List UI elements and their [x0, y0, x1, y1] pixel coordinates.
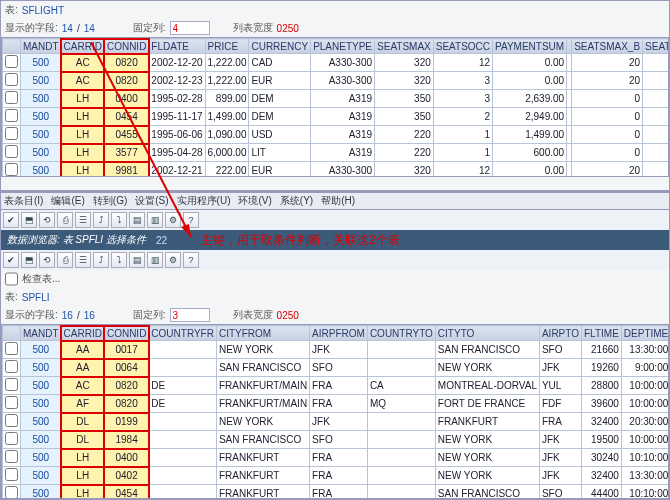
- table-row[interactable]: 500LH04551995-06-061,090.00USDA31922011,…: [3, 126, 670, 144]
- toolbar-icon[interactable]: ⤴: [93, 252, 109, 268]
- row-checkbox[interactable]: [5, 396, 18, 409]
- menu-item[interactable]: 环境(V): [238, 194, 271, 208]
- table-row[interactable]: 500LH04541995-11-171,499.00DEMA31935022,…: [3, 108, 670, 126]
- col-header[interactable]: FLDATE: [149, 39, 205, 54]
- col-header[interactable]: CARRID: [61, 326, 104, 341]
- col-header[interactable]: COUNTRYFR: [149, 326, 217, 341]
- toolbar-icon[interactable]: ☰: [75, 212, 91, 228]
- row-checkbox[interactable]: [5, 468, 18, 481]
- lbl-fields2: 显示的字段:: [5, 308, 58, 322]
- col-header[interactable]: SEATSOCC: [433, 39, 492, 54]
- toolbar-icon[interactable]: ?: [183, 212, 199, 228]
- table-row[interactable]: 500AA0017NEW YORKJFKSAN FRANCISCOSFO2166…: [3, 341, 670, 359]
- table-row[interactable]: 500LH35771995-04-286,000.00LITA319220160…: [3, 144, 670, 162]
- table-row[interactable]: 500AA0064SAN FRANCISCOSFONEW YORKJFK1926…: [3, 359, 670, 377]
- col-header[interactable]: MANDT: [21, 326, 62, 341]
- row-checkbox[interactable]: [5, 450, 18, 463]
- col-header[interactable]: [3, 326, 21, 341]
- menu-item[interactable]: 系统(Y): [280, 194, 313, 208]
- col-header[interactable]: CONNID: [104, 39, 148, 54]
- cell: SFO: [310, 359, 368, 377]
- table-row[interactable]: 500LH0400FRANKFURTFRANEW YORKJFK3024010:…: [3, 449, 670, 467]
- table-row[interactable]: 500AC08202002-12-231,222.00EURA330-30032…: [3, 72, 670, 90]
- toolbar-icon[interactable]: ⤴: [93, 212, 109, 228]
- col-header[interactable]: PRICE: [205, 39, 249, 54]
- toolbar-icon[interactable]: ⬒: [21, 252, 37, 268]
- row-checkbox[interactable]: [5, 127, 18, 140]
- toolbar-icon[interactable]: ⎙: [57, 252, 73, 268]
- cell: 320: [375, 162, 434, 178]
- spfli-table-name[interactable]: SPFLI: [22, 292, 50, 303]
- col-header[interactable]: MANDT: [21, 39, 62, 54]
- sflight-table-name[interactable]: SFLIGHT: [22, 5, 64, 16]
- menu-item[interactable]: 实用程序(U): [177, 194, 231, 208]
- table-row[interactable]: 500DL1984SAN FRANCISCOSFONEW YORKJFK1950…: [3, 431, 670, 449]
- row-checkbox[interactable]: [5, 73, 18, 86]
- toolbar-icon[interactable]: ⎙: [57, 212, 73, 228]
- toolbar-icon[interactable]: ⬒: [21, 212, 37, 228]
- toolbar-icon[interactable]: ✔: [3, 252, 19, 268]
- col-header[interactable]: COUNTRYTO: [367, 326, 435, 341]
- check-table-box[interactable]: [5, 272, 18, 286]
- menu-item[interactable]: 表条目(I): [4, 194, 43, 208]
- row-checkbox[interactable]: [5, 55, 18, 68]
- row-checkbox[interactable]: [5, 91, 18, 104]
- toolbar-icon[interactable]: ⟲: [39, 212, 55, 228]
- toolbar-icon[interactable]: ✔: [3, 212, 19, 228]
- col-header[interactable]: CITYFROM: [216, 326, 309, 341]
- toolbar-icon[interactable]: ▥: [147, 212, 163, 228]
- fixed-cols-input[interactable]: [170, 21, 210, 35]
- col-header[interactable]: AIRPFROM: [310, 326, 368, 341]
- table-row[interactable]: 500LH99812002-12-21222.00EURA330-3003201…: [3, 162, 670, 178]
- menu-item[interactable]: 转到(G): [93, 194, 127, 208]
- col-header[interactable]: FLTIME: [582, 326, 622, 341]
- row-checkbox[interactable]: [5, 432, 18, 445]
- col-header[interactable]: CONNID: [104, 326, 148, 341]
- row-checkbox[interactable]: [5, 378, 18, 391]
- col-header[interactable]: [3, 39, 21, 54]
- table-row[interactable]: 500DL0199NEW YORKJFKFRANKFURTFRA3240020:…: [3, 413, 670, 431]
- row-checkbox[interactable]: [5, 414, 18, 427]
- table-row[interactable]: 500LH04001995-02-28899.00DEMA31935032,63…: [3, 90, 670, 108]
- table-row[interactable]: 500AC08202002-12-201,222.00CADA330-30032…: [3, 54, 670, 72]
- col-header[interactable]: DEPTIME: [621, 326, 669, 341]
- toolbar-icon[interactable]: ▥: [147, 252, 163, 268]
- col-header[interactable]: PAYMENTSUM: [493, 39, 567, 54]
- col-header[interactable]: AIRPTO: [539, 326, 581, 341]
- col-header[interactable]: SEATSMAX_B: [572, 39, 643, 54]
- col-header[interactable]: CITYTO: [435, 326, 539, 341]
- cell: NEW YORK: [216, 341, 309, 359]
- toolbar-icon[interactable]: ?: [183, 252, 199, 268]
- menu-item[interactable]: 编辑(E): [51, 194, 84, 208]
- cell: 500: [21, 467, 62, 485]
- menu-item[interactable]: 设置(S): [135, 194, 168, 208]
- table-row[interactable]: 500LH0454FRANKFURTFRASAN FRANCISCOSFO444…: [3, 485, 670, 500]
- toolbar-icon[interactable]: ⤵: [111, 252, 127, 268]
- toolbar-icon[interactable]: ▤: [129, 212, 145, 228]
- toolbar-icon[interactable]: ⟲: [39, 252, 55, 268]
- col-header[interactable]: SEATSMAX: [375, 39, 434, 54]
- col-header[interactable]: CARRID: [61, 39, 104, 54]
- row-checkbox[interactable]: [5, 360, 18, 373]
- row-checkbox[interactable]: [5, 163, 18, 176]
- row-checkbox[interactable]: [5, 486, 18, 499]
- row-checkbox[interactable]: [5, 342, 18, 355]
- toolbar-icon[interactable]: ▤: [129, 252, 145, 268]
- col-header[interactable]: PLANETYPE: [311, 39, 375, 54]
- cell: 0.00: [493, 54, 567, 72]
- sflight-grid[interactable]: MANDTCARRIDCONNIDFLDATEPRICECURRENCYPLAN…: [1, 37, 669, 177]
- fixed-cols-input-2[interactable]: [170, 308, 210, 322]
- spfli-grid[interactable]: MANDTCARRIDCONNIDCOUNTRYFRCITYFROMAIRPFR…: [1, 324, 669, 499]
- toolbar-icon[interactable]: ⤵: [111, 212, 127, 228]
- row-checkbox[interactable]: [5, 109, 18, 122]
- col-header[interactable]: SEATSO: [643, 39, 669, 54]
- table-row[interactable]: 500AC0820DEFRANKFURT/MAINFRACAMONTREAL-D…: [3, 377, 670, 395]
- col-header[interactable]: CURRENCY: [249, 39, 311, 54]
- row-checkbox[interactable]: [5, 145, 18, 158]
- table-row[interactable]: 500AF0820DEFRANKFURT/MAINFRAMQFORT DE FR…: [3, 395, 670, 413]
- menu-item[interactable]: 帮助(H): [321, 194, 355, 208]
- toolbar-icon[interactable]: ⚙: [165, 212, 181, 228]
- toolbar-icon[interactable]: ⚙: [165, 252, 181, 268]
- toolbar-icon[interactable]: ☰: [75, 252, 91, 268]
- table-row[interactable]: 500LH0402FRANKFURTFRANEW YORKJFK3240013:…: [3, 467, 670, 485]
